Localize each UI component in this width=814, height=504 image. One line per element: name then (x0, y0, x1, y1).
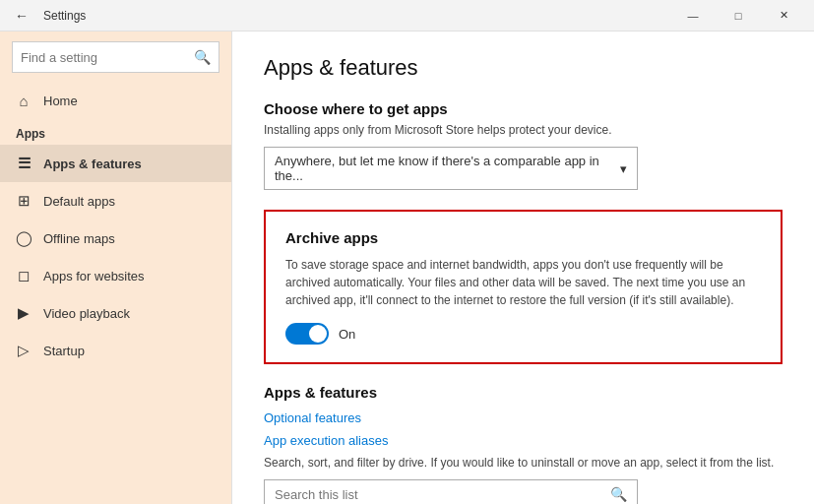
archive-apps-box: Archive apps To save storage space and i… (264, 210, 783, 364)
close-button[interactable]: ✕ (761, 0, 806, 32)
main-layout: 🔍 ⌂ Home Apps ☰ Apps & features ⊞ Defaul… (0, 32, 814, 504)
sidebar-item-label: Offline maps (43, 231, 115, 246)
sidebar-item-label: Apps & features (43, 157, 142, 171)
sidebar-item-startup[interactable]: ▷ Startup (0, 332, 231, 369)
chevron-down-icon: ▾ (620, 161, 627, 176)
apps-source-dropdown[interactable]: Anywhere, but let me know if there's a c… (264, 147, 638, 190)
sidebar-section-label: Apps (0, 119, 231, 145)
sidebar-item-label: Default apps (43, 194, 115, 209)
minimize-button[interactable]: — (670, 0, 716, 32)
toggle-on-label: On (339, 327, 355, 342)
sidebar-item-apps-features[interactable]: ☰ Apps & features (0, 145, 231, 182)
page-title: Apps & features (264, 55, 783, 81)
search-icon: 🔍 (610, 486, 627, 502)
apps-search-input[interactable] (275, 487, 610, 502)
back-button[interactable]: ← (8, 2, 35, 30)
maximize-button[interactable]: □ (716, 0, 761, 32)
sidebar-item-offline-maps[interactable]: ◯ Offline maps (0, 220, 231, 257)
title-bar: ← Settings — □ ✕ (0, 0, 814, 32)
app-title: Settings (43, 9, 86, 23)
apps-list-description: Search, sort, and filter by drive. If yo… (264, 456, 783, 470)
sidebar: 🔍 ⌂ Home Apps ☰ Apps & features ⊞ Defaul… (0, 32, 231, 504)
window-controls: — □ ✕ (670, 0, 806, 32)
sidebar-item-default-apps[interactable]: ⊞ Default apps (0, 182, 231, 220)
sidebar-item-home[interactable]: ⌂ Home (0, 83, 231, 119)
sidebar-search-input[interactable] (21, 50, 194, 65)
search-icon: 🔍 (194, 49, 211, 65)
apps-features-section-title: Apps & features (264, 384, 783, 401)
archive-toggle[interactable] (285, 323, 329, 345)
apps-features-icon: ☰ (16, 155, 31, 172)
sidebar-item-label: Apps for websites (43, 269, 145, 284)
main-content: Apps & features Choose where to get apps… (231, 32, 814, 504)
apps-search-box[interactable]: 🔍 (264, 479, 638, 504)
archive-toggle-row: On (285, 323, 761, 345)
title-bar-left: ← Settings (8, 2, 86, 30)
sidebar-item-apps-websites[interactable]: ◻ Apps for websites (0, 257, 231, 294)
dropdown-value: Anywhere, but let me know if there's a c… (275, 154, 620, 183)
sidebar-item-label: Startup (43, 344, 85, 358)
video-playback-icon: ▶ (16, 304, 31, 322)
choose-section: Choose where to get apps Installing apps… (264, 100, 783, 190)
choose-section-title: Choose where to get apps (264, 100, 783, 117)
sidebar-item-label: Home (43, 94, 78, 108)
offline-maps-icon: ◯ (16, 229, 31, 247)
startup-icon: ▷ (16, 342, 31, 359)
apps-features-lower-section: Apps & features Optional features App ex… (264, 384, 783, 504)
app-execution-link[interactable]: App execution aliases (264, 433, 783, 448)
apps-websites-icon: ◻ (16, 267, 31, 284)
archive-box-description: To save storage space and internet bandw… (285, 256, 761, 309)
sidebar-item-video-playback[interactable]: ▶ Video playback (0, 294, 231, 332)
search-box-sidebar[interactable]: 🔍 (12, 41, 219, 73)
sidebar-item-label: Video playback (43, 306, 130, 321)
archive-box-title: Archive apps (285, 229, 761, 246)
home-icon: ⌂ (16, 93, 31, 109)
default-apps-icon: ⊞ (16, 192, 31, 210)
choose-section-subtitle: Installing apps only from Microsoft Stor… (264, 123, 783, 137)
optional-features-link[interactable]: Optional features (264, 410, 783, 425)
